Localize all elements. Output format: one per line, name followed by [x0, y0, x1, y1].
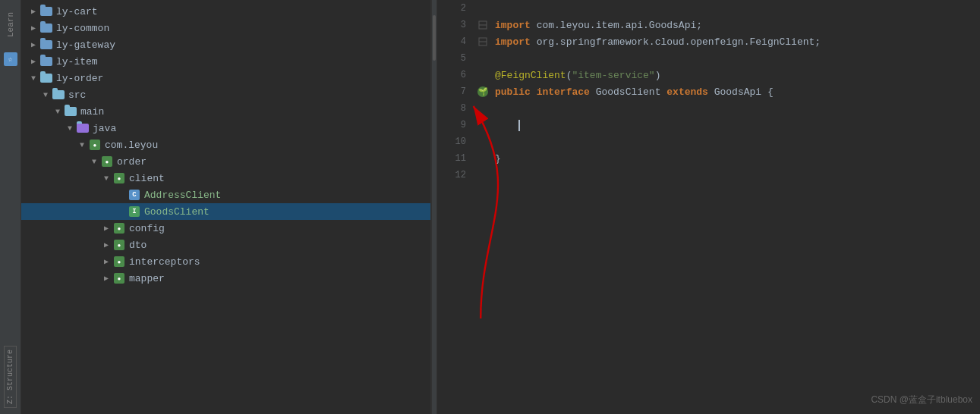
tree-label: AddressClient — [144, 190, 221, 201]
tree-item-ly-common[interactable]: ▶ ly-common — [21, 20, 430, 36]
bookmark-icon: ☆ — [4, 52, 17, 66]
code-line-11: 11 } — [437, 150, 980, 167]
tree-item-goods-client[interactable]: I GoodsClient — [21, 203, 430, 220]
code-line-6: 6 @FeignClient("item-service") — [437, 67, 980, 83]
tree-label: java — [93, 123, 116, 134]
tree-arrow: ▶ — [100, 224, 112, 233]
top-icons: Learn ☆ — [3, 6, 18, 66]
file-tree-panel: ▶ ly-cart ▶ ly-common ▶ ly-gateway ▶ ly-… — [21, 0, 431, 414]
line-content — [490, 120, 980, 131]
package-icon: ● — [88, 140, 102, 150]
tree-arrow: ▼ — [27, 74, 39, 83]
tree-item-com-leyou[interactable]: ▼ ● com.leyou — [21, 136, 430, 153]
tree-item-ly-order[interactable]: ▼ ly-order — [21, 70, 430, 86]
tree-arrow: ▶ — [27, 40, 39, 49]
gutter-bean[interactable]: 🌱 — [475, 86, 490, 97]
tree-label: mapper — [129, 273, 165, 284]
package-icon: ● — [112, 256, 126, 267]
left-panel: Learn ☆ Z: Structure — [0, 0, 21, 414]
line-number: 7 — [437, 86, 475, 97]
code-line-12: 12 — [437, 167, 980, 183]
tree-item-order[interactable]: ▼ ● order — [21, 153, 430, 170]
tree-item-address-client[interactable]: C AddressClient — [21, 187, 430, 203]
structure-tab[interactable]: Z: Structure — [4, 346, 17, 408]
tree-label: ly-item — [56, 56, 98, 67]
tree-item-ly-item[interactable]: ▶ ly-item — [21, 53, 430, 70]
package-icon: ● — [100, 156, 114, 167]
tree-label: client — [129, 173, 165, 184]
tree-item-src[interactable]: ▼ src — [21, 86, 430, 103]
folder-icon-open — [64, 106, 77, 117]
line-number: 10 — [437, 136, 475, 147]
code-lines: 2 3 import com.leyou.item.api.GoodsApi; … — [437, 0, 980, 183]
line-content: } — [490, 153, 980, 165]
code-line-5: 5 — [437, 50, 980, 67]
watermark: CSDN @蓝盒子itbluebox — [871, 394, 972, 406]
interface-icon: I — [128, 206, 141, 217]
tree-label: interceptors — [129, 256, 200, 268]
tree-arrow: ▶ — [27, 57, 39, 66]
code-line-8: 8 — [437, 100, 980, 117]
class-icon: C — [128, 190, 141, 200]
tree-item-interceptors[interactable]: ▶ ● interceptors — [21, 253, 430, 270]
line-number: 8 — [437, 103, 475, 114]
package-icon: ● — [112, 273, 126, 284]
line-content: public interface GoodsClient extends Goo… — [490, 86, 980, 98]
scroll-thumb[interactable] — [433, 15, 436, 61]
package-icon: ● — [112, 223, 126, 234]
code-line-2: 2 — [437, 0, 980, 17]
tree-item-ly-gateway[interactable]: ▶ ly-gateway — [21, 36, 430, 53]
tree-item-main[interactable]: ▼ main — [21, 103, 430, 120]
tree-label: ly-gateway — [56, 39, 115, 51]
tree-label: config — [129, 223, 165, 234]
code-editor[interactable]: 2 3 import com.leyou.item.api.GoodsApi; … — [437, 0, 980, 414]
folder-icon — [39, 56, 53, 67]
line-number: 11 — [437, 153, 475, 164]
line-number: 6 — [437, 70, 475, 80]
line-content: import com.leyou.item.api.GoodsApi; — [490, 20, 980, 31]
learn-tab[interactable]: Learn — [3, 6, 18, 43]
code-line-3: 3 import com.leyou.item.api.GoodsApi; — [437, 17, 980, 33]
folder-icon-open — [39, 73, 53, 83]
folder-icon — [39, 23, 53, 33]
tree-arrow: ▶ — [27, 7, 39, 16]
tree-label: main — [80, 106, 104, 118]
tree-item-java[interactable]: ▼ java — [21, 120, 430, 136]
scrollbar-divider — [431, 0, 437, 414]
gutter-fold[interactable] — [475, 37, 490, 46]
gutter-fold[interactable] — [475, 20, 490, 30]
code-line-4: 4 import org.springframework.cloud.openf… — [437, 33, 980, 50]
line-number: 3 — [437, 20, 475, 30]
tree-item-ly-cart[interactable]: ▶ ly-cart — [21, 3, 430, 20]
tree-arrow: ▶ — [100, 240, 112, 249]
tree-arrow: ▼ — [88, 158, 100, 166]
tree-label: dto — [129, 240, 147, 251]
bottom-icons: Z: Structure — [4, 346, 17, 408]
tree-label: com.leyou — [105, 140, 158, 151]
tree-arrow: ▶ — [100, 257, 112, 266]
tree-item-config[interactable]: ▶ ● config — [21, 220, 430, 237]
line-number: 4 — [437, 36, 475, 47]
tree-label: ly-common — [56, 23, 109, 34]
line-content: import org.springframework.cloud.openfei… — [490, 36, 980, 48]
code-line-10: 10 — [437, 133, 980, 150]
tree-arrow: ▼ — [52, 108, 64, 116]
tree-item-mapper[interactable]: ▶ ● mapper — [21, 270, 430, 287]
tree-label: src — [68, 89, 86, 101]
folder-icon-open — [52, 89, 65, 100]
tree-label: GoodsClient — [144, 206, 210, 218]
tree-label: ly-order — [56, 73, 103, 84]
package-icon: ● — [112, 173, 126, 183]
code-line-7: 7 🌱 public interface GoodsClient extends… — [437, 83, 980, 100]
line-number: 2 — [437, 3, 475, 14]
tree-arrow: ▼ — [39, 91, 52, 99]
code-line-9[interactable]: 9 — [437, 117, 980, 133]
tree-arrow: ▶ — [27, 24, 39, 33]
tree-arrow: ▼ — [64, 124, 76, 133]
line-content: @FeignClient("item-service") — [490, 70, 980, 81]
tree-label: order — [117, 156, 147, 168]
tree-item-client[interactable]: ▼ ● client — [21, 170, 430, 187]
tree-item-dto[interactable]: ▶ ● dto — [21, 237, 430, 253]
folder-icon-open — [76, 123, 90, 133]
tree-label: ly-cart — [56, 6, 98, 17]
